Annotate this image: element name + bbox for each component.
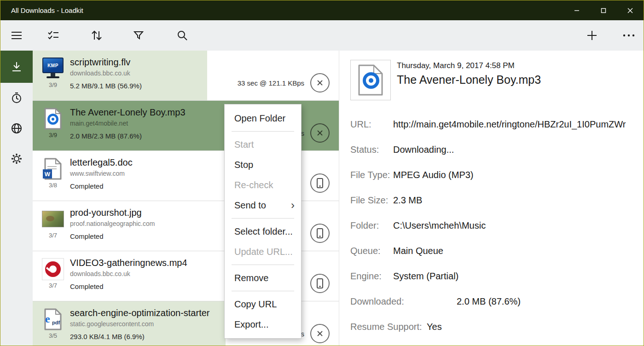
- file-name: scriptwriting.flv: [70, 57, 142, 68]
- sidebar: [0, 51, 33, 346]
- menu-item-recheck: Re-check: [225, 175, 301, 195]
- x-icon: [316, 330, 324, 337]
- queue-position: 3/9: [49, 81, 57, 88]
- mp3-file-icon: [42, 108, 64, 130]
- sort-icon: [91, 29, 103, 41]
- gear-icon: [11, 153, 23, 165]
- details-title: The Avener-Lonely Boy.mp3: [397, 73, 541, 86]
- sort-button[interactable]: [87, 25, 107, 46]
- device-icon: [316, 178, 324, 189]
- download-row[interactable]: KMP 3/9 scriptwriting.flv downloads.bbc.…: [33, 51, 339, 101]
- globe-icon: [11, 122, 23, 134]
- send-to-device-button[interactable]: [310, 274, 330, 293]
- plus-icon: [586, 30, 598, 41]
- file-size-value: 2.3 MB: [393, 195, 644, 206]
- device-icon: [316, 278, 324, 289]
- close-button[interactable]: [617, 0, 644, 20]
- menu-item-stop[interactable]: Stop: [225, 155, 301, 175]
- menu-item-export[interactable]: Export...: [225, 314, 301, 334]
- download-progress: 293.0 KB/4.1 MB (6.9%): [70, 333, 209, 340]
- cancel-download-button[interactable]: [310, 73, 330, 92]
- queue-value: Main Queue: [393, 246, 644, 256]
- search-icon: [176, 29, 188, 41]
- download-speed: 33 sec @ 121.1 KBps: [238, 79, 304, 87]
- menu-item-open-folder[interactable]: Open Folder: [225, 108, 301, 128]
- toolbar: [0, 20, 644, 51]
- sidebar-item-settings[interactable]: [0, 144, 33, 174]
- file-name: letterlegal5.doc: [70, 157, 133, 168]
- window-controls: [563, 0, 644, 20]
- field-label: Folder:: [350, 220, 393, 231]
- doc-file-icon: W: [42, 158, 64, 180]
- field-label: Queue:: [350, 246, 393, 256]
- more-options-button[interactable]: [619, 25, 639, 46]
- file-name: VIDEO3-gatheringnews.mp4: [70, 258, 187, 268]
- maximize-icon: [601, 8, 606, 13]
- sidebar-item-history[interactable]: [0, 83, 33, 113]
- filter-button[interactable]: [128, 25, 149, 46]
- details-panel: Thursday, March 9, 2017 4:58 PM The Aven…: [339, 51, 644, 346]
- jpg-file-icon: [42, 208, 64, 230]
- download-progress: 2.0 MB/2.3 MB (87.6%): [70, 132, 186, 140]
- source-domain: www.swiftview.com: [70, 170, 133, 177]
- field-label: URL:: [350, 119, 393, 130]
- menu-button[interactable]: [6, 25, 27, 46]
- mp4-file-icon: [42, 258, 64, 280]
- menu-item-copy-url[interactable]: Copy URL: [225, 294, 301, 314]
- field-label: Downloaded:: [350, 296, 457, 307]
- queue-position: 3/8: [49, 182, 57, 189]
- menu-item-send-to[interactable]: Send to›: [225, 195, 301, 215]
- minimize-icon: [574, 8, 580, 13]
- maximize-button[interactable]: [590, 0, 617, 20]
- submenu-chevron-icon: ›: [291, 200, 295, 211]
- details-fields: URL:http://main.get4mobile.net/ringtone/…: [350, 112, 644, 340]
- field-label: Resume Support:: [350, 322, 427, 332]
- download-date: Thursday, March 9, 2017 4:58 PM: [397, 61, 541, 70]
- context-menu: Open Folder Start Stop Re-check Send to›…: [224, 104, 302, 339]
- app-window: All Downloads - Loadkit: [0, 0, 644, 346]
- field-label: Engine:: [350, 271, 393, 282]
- menu-separator: [232, 218, 294, 219]
- file-type-icon: [350, 60, 391, 100]
- x-icon: [316, 129, 324, 137]
- menu-item-remove[interactable]: Remove: [225, 268, 301, 288]
- cancel-download-button[interactable]: [310, 123, 330, 143]
- field-label: Status:: [350, 144, 393, 155]
- add-download-button[interactable]: [582, 25, 602, 46]
- cancel-download-button[interactable]: [310, 324, 330, 343]
- search-button[interactable]: [172, 25, 192, 46]
- engine-value: System (Partial): [393, 271, 644, 282]
- send-to-device-button[interactable]: [310, 224, 330, 243]
- file-type-value: MPEG Audio (MP3): [393, 170, 644, 180]
- url-value: http://main.get4mobile.net/ringtone/HBZr…: [393, 119, 644, 130]
- download-progress: 5.2 MB/9.1 MB (56.9%): [70, 82, 142, 90]
- titlebar: All Downloads - Loadkit: [0, 0, 644, 20]
- resume-support-value: Yes: [427, 322, 644, 332]
- device-icon: [316, 228, 324, 239]
- status-value: Downloading...: [393, 144, 644, 155]
- select-items-button[interactable]: [43, 25, 64, 46]
- download-status: Completed: [70, 283, 187, 290]
- menu-item-start: Start: [225, 134, 301, 155]
- ellipsis-icon: [623, 34, 635, 37]
- queue-position: 3/9: [49, 132, 57, 138]
- window-title: All Downloads - Loadkit: [0, 6, 83, 14]
- queue-position: 3/7: [49, 282, 57, 289]
- select-items-icon: [47, 29, 59, 41]
- sidebar-item-browser[interactable]: [0, 113, 33, 144]
- field-label: File Size:: [350, 195, 393, 206]
- close-icon: [627, 8, 633, 13]
- minimize-button[interactable]: [563, 0, 590, 20]
- sidebar-item-downloads[interactable]: [0, 51, 33, 83]
- file-name: search-engine-optimization-starter: [70, 308, 209, 318]
- menu-separator: [232, 265, 294, 265]
- menu-item-select-folder[interactable]: Select folder...: [225, 221, 301, 242]
- queue-position: 3/7: [49, 232, 57, 239]
- flv-file-icon: KMP: [42, 58, 64, 80]
- x-icon: [316, 79, 324, 86]
- source-domain: main.get4mobile.net: [70, 120, 186, 127]
- source-domain: downloads.bbc.co.uk: [70, 270, 187, 277]
- source-domain: downloads.bbc.co.uk: [70, 69, 142, 77]
- send-to-device-button[interactable]: [310, 173, 330, 193]
- folder-value: C:\Users\mcheh\Music: [393, 220, 644, 231]
